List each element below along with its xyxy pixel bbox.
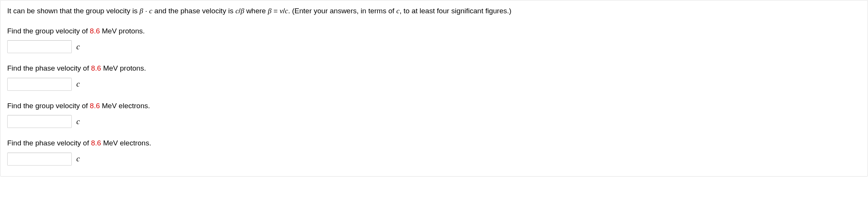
intro-part: It can be shown that the group velocity … bbox=[7, 7, 140, 15]
intro-text: It can be shown that the group velocity … bbox=[7, 6, 861, 17]
question-pre: Find the phase velocity of bbox=[7, 64, 91, 72]
answer-input-phase-protons[interactable] bbox=[7, 78, 72, 91]
question-post: MeV electrons. bbox=[100, 102, 150, 110]
question-block-3: Find the group velocity of 8.6 MeV elect… bbox=[7, 101, 861, 128]
question-post: MeV protons. bbox=[101, 64, 146, 72]
question-value: 8.6 bbox=[91, 139, 101, 147]
question-text: Find the phase velocity of 8.6 MeV proto… bbox=[7, 63, 861, 74]
v-symbol: v bbox=[280, 7, 283, 15]
answer-row: c bbox=[7, 153, 861, 166]
unit-label: c bbox=[76, 79, 80, 89]
answer-input-phase-electrons[interactable] bbox=[7, 153, 72, 166]
question-value: 8.6 bbox=[91, 64, 101, 72]
question-pre: Find the phase velocity of bbox=[7, 139, 91, 147]
question-block-2: Find the phase velocity of 8.6 MeV proto… bbox=[7, 63, 861, 91]
intro-part: . (Enter your answers, in terms of bbox=[288, 7, 396, 15]
intro-part: = bbox=[271, 7, 280, 15]
intro-part: · bbox=[143, 7, 149, 15]
question-pre: Find the group velocity of bbox=[7, 27, 90, 35]
c-symbol: c bbox=[285, 7, 288, 15]
answer-row: c bbox=[7, 40, 861, 53]
question-text: Find the group velocity of 8.6 MeV proto… bbox=[7, 26, 861, 37]
question-pre: Find the group velocity of bbox=[7, 102, 90, 110]
intro-part: and the phase velocity is bbox=[152, 7, 235, 15]
beta-symbol: β bbox=[140, 7, 143, 15]
answer-input-group-protons[interactable] bbox=[7, 40, 72, 53]
beta-symbol: β bbox=[241, 7, 244, 15]
question-value: 8.6 bbox=[90, 102, 100, 110]
answer-row: c bbox=[7, 115, 861, 128]
question-block-4: Find the phase velocity of 8.6 MeV elect… bbox=[7, 138, 861, 166]
unit-label: c bbox=[76, 42, 80, 52]
intro-part: where bbox=[244, 7, 268, 15]
question-text: Find the phase velocity of 8.6 MeV elect… bbox=[7, 138, 861, 149]
question-post: MeV protons. bbox=[100, 27, 145, 35]
question-container: It can be shown that the group velocity … bbox=[0, 0, 868, 177]
c-symbol: c bbox=[396, 7, 399, 15]
question-text: Find the group velocity of 8.6 MeV elect… bbox=[7, 101, 861, 112]
intro-part: , to at least four significant figures.) bbox=[399, 7, 511, 15]
question-value: 8.6 bbox=[90, 27, 100, 35]
unit-label: c bbox=[76, 117, 80, 126]
answer-input-group-electrons[interactable] bbox=[7, 115, 72, 128]
question-block-1: Find the group velocity of 8.6 MeV proto… bbox=[7, 26, 861, 54]
beta-symbol: β bbox=[268, 7, 271, 15]
question-post: MeV electrons. bbox=[101, 139, 151, 147]
answer-row: c bbox=[7, 78, 861, 91]
unit-label: c bbox=[76, 154, 80, 164]
